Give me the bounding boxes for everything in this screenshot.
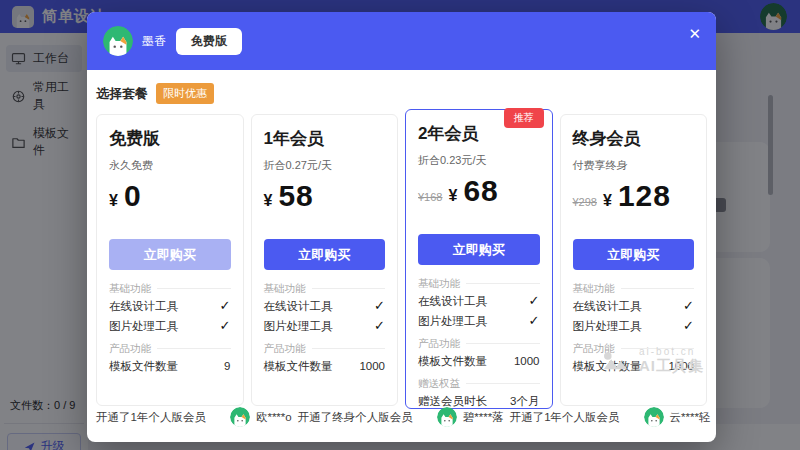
feature-section-title: 基础功能	[573, 280, 695, 296]
check-icon: ✓	[529, 291, 540, 311]
price-amount: 58	[278, 179, 313, 213]
pricing-card[interactable]: 免费版永久免费¥0立即购买基础功能在线设计工具✓图片处理工具✓产品功能模板文件数…	[96, 114, 244, 406]
ticker-item: 碧****落开通了1年个人版会员	[437, 407, 620, 427]
divider	[466, 343, 540, 344]
feature-list: 基础功能在线设计工具✓图片处理工具✓产品功能模板文件数量1000	[264, 280, 386, 376]
feature-row: 在线设计工具✓	[264, 296, 386, 316]
ticker-text: 开通了1年个人版会员	[510, 410, 620, 425]
currency-symbol: ¥	[264, 192, 273, 210]
section-label: 基础功能	[418, 277, 460, 289]
check-icon: ✓	[683, 316, 694, 336]
plan-subtitle: 永久免费	[109, 158, 231, 173]
feature-section-title: 基础功能	[264, 280, 386, 296]
divider	[312, 348, 386, 349]
currency-symbol: ¥	[603, 192, 612, 210]
ticker-user: 碧****落	[463, 410, 504, 425]
feature-label: 在线设计工具	[109, 296, 178, 316]
feature-label: 模板文件数量	[264, 356, 333, 376]
section-label: 产品功能	[418, 337, 460, 349]
feature-section-title: 基础功能	[418, 275, 540, 291]
watermark-logo-icon	[602, 350, 632, 372]
feature-label: 模板文件数量	[418, 351, 487, 371]
check-icon: ✓	[374, 296, 385, 316]
modal-header: 墨香 免费版 ✕	[87, 12, 716, 70]
divider	[466, 283, 540, 284]
feature-row: 在线设计工具✓	[418, 291, 540, 311]
divider	[312, 288, 386, 289]
feature-label: 图片处理工具	[573, 316, 642, 336]
feature-row: 图片处理工具✓	[264, 316, 386, 336]
check-icon: ✓	[683, 296, 694, 316]
divider	[466, 383, 540, 384]
user-avatar-cat-icon	[103, 26, 133, 56]
buy-now-button[interactable]: 立即购买	[418, 234, 540, 265]
section-label: 产品功能	[109, 342, 151, 354]
feature-row: 在线设计工具✓	[109, 296, 231, 316]
buy-now-button[interactable]: 立即购买	[109, 239, 231, 270]
check-icon: ✓	[374, 316, 385, 336]
watermark-name: AI工具集	[639, 357, 704, 376]
feature-label: 在线设计工具	[418, 291, 487, 311]
feature-label: 在线设计工具	[573, 296, 642, 316]
pricing-card[interactable]: 1年会员折合0.27元/天¥58立即购买基础功能在线设计工具✓图片处理工具✓产品…	[251, 114, 399, 406]
ticker-item: 欧****o开通了终身个人版会员	[230, 407, 413, 427]
feature-label: 在线设计工具	[264, 296, 333, 316]
watermark-url: ai-bot.cn	[639, 346, 704, 357]
pricing-modal: 墨香 免费版 ✕ 选择套餐 限时优惠 免费版永久免费¥0立即购买基础功能在线设计…	[87, 12, 716, 442]
feature-row: 图片处理工具✓	[109, 316, 231, 336]
divider	[157, 288, 231, 289]
plan-price: ¥168¥68	[418, 174, 540, 210]
plan-select-header: 选择套餐 限时优惠	[87, 70, 716, 114]
plan-subtitle: 折合0.23元/天	[418, 153, 540, 168]
feature-label: 图片处理工具	[109, 316, 178, 336]
currency-symbol: ¥	[448, 187, 457, 205]
feature-section-title: 赠送权益	[418, 375, 540, 391]
section-label: 基础功能	[573, 282, 615, 294]
feature-value: 1000	[514, 351, 540, 371]
section-label: 产品功能	[264, 342, 306, 354]
plan-name: 终身会员	[573, 127, 695, 150]
current-plan-badge[interactable]: 免费版	[176, 28, 242, 55]
plan-price: ¥58	[264, 179, 386, 215]
ticker-item: 云****轻开通	[644, 407, 716, 427]
feature-label: 图片处理工具	[264, 316, 333, 336]
feature-section-title: 基础功能	[109, 280, 231, 296]
old-price: ¥298	[573, 196, 597, 208]
buy-now-button[interactable]: 立即购买	[264, 239, 386, 270]
check-icon: ✓	[220, 316, 231, 336]
feature-label: 模板文件数量	[109, 356, 178, 376]
cat-avatar-icon	[644, 407, 664, 427]
check-icon: ✓	[220, 296, 231, 316]
ticker-item: 开通了1年个人版会员	[96, 410, 206, 425]
section-label: 基础功能	[109, 282, 151, 294]
feature-value: 9	[224, 356, 230, 376]
pricing-card[interactable]: 推荐2年会员折合0.23元/天¥168¥68立即购买基础功能在线设计工具✓图片处…	[405, 109, 553, 409]
price-amount: 128	[618, 179, 671, 213]
section-label: 赠送权益	[418, 377, 460, 389]
ticker-user: 欧****o	[256, 410, 292, 425]
ticker-text: 开通了终身个人版会员	[298, 410, 413, 425]
plan-subtitle: 付费享终身	[573, 158, 695, 173]
feature-list: 基础功能在线设计工具✓图片处理工具✓产品功能模板文件数量9	[109, 280, 231, 376]
price-amount: 0	[124, 179, 142, 213]
feature-section-title: 产品功能	[264, 340, 386, 356]
divider	[621, 288, 695, 289]
cat-avatar-icon	[437, 407, 457, 427]
feature-section-title: 产品功能	[109, 340, 231, 356]
close-icon[interactable]: ✕	[688, 26, 701, 41]
buy-now-button[interactable]: 立即购买	[573, 239, 695, 270]
watermark: ai-bot.cn AI工具集	[602, 346, 704, 376]
old-price: ¥168	[418, 191, 442, 203]
feature-row: 模板文件数量1000	[264, 356, 386, 376]
plan-price: ¥298¥128	[573, 179, 695, 215]
cat-avatar-icon	[230, 407, 250, 427]
feature-row: 图片处理工具✓	[418, 311, 540, 331]
choose-plan-title: 选择套餐	[96, 85, 148, 103]
feature-value: 1000	[359, 356, 385, 376]
feature-list: 基础功能在线设计工具✓图片处理工具✓产品功能模板文件数量1000赠送权益赠送会员…	[418, 275, 540, 411]
plan-name: 免费版	[109, 127, 231, 150]
feature-section-title: 产品功能	[418, 335, 540, 351]
divider	[157, 348, 231, 349]
plan-name: 1年会员	[264, 127, 386, 150]
feature-row: 模板文件数量9	[109, 356, 231, 376]
